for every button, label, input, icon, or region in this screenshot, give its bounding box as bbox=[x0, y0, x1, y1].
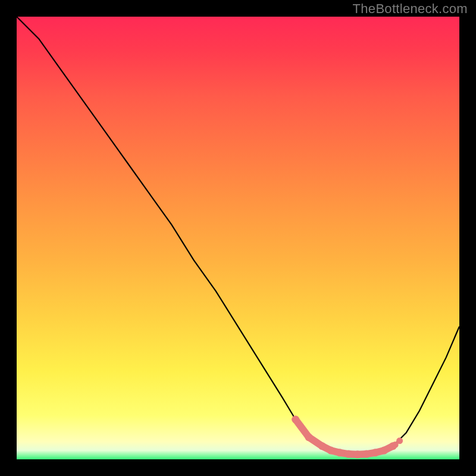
highlight-dot bbox=[345, 450, 353, 458]
highlight-dot bbox=[318, 442, 326, 450]
highlight-dot bbox=[305, 433, 313, 441]
highlight-dot bbox=[362, 450, 370, 458]
plot-area bbox=[17, 17, 459, 459]
bottleneck-curve bbox=[17, 17, 459, 459]
chart-frame: TheBottleneck.com bbox=[0, 0, 476, 476]
highlight-dot bbox=[380, 447, 388, 455]
highlight-dot bbox=[371, 449, 379, 456]
highlight-dot bbox=[336, 449, 344, 456]
highlight-dot bbox=[353, 450, 361, 458]
highlight-dots bbox=[292, 416, 403, 459]
highlight-dot bbox=[396, 437, 403, 444]
highlight-dot bbox=[327, 447, 335, 455]
highlight-dot bbox=[292, 416, 299, 424]
curve-path bbox=[17, 17, 459, 455]
attribution-text: TheBottleneck.com bbox=[353, 1, 468, 17]
